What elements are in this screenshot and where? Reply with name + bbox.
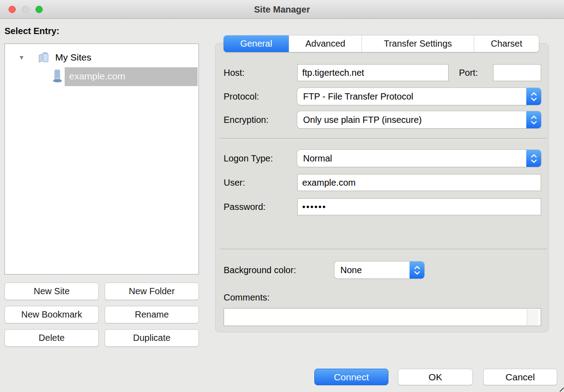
site-tree: ▼ My Sites exampl	[4, 44, 199, 274]
tree-item-label: My Sites	[55, 52, 92, 63]
separator	[220, 138, 547, 139]
background-color-select-value: None	[335, 265, 410, 275]
folder-icon	[38, 51, 52, 65]
dropdown-stepper-icon	[526, 111, 541, 128]
server-icon	[52, 69, 63, 85]
ok-button[interactable]: OK	[398, 369, 473, 385]
new-site-button[interactable]: New Site	[4, 283, 99, 300]
comments-scrollbar[interactable]	[527, 309, 538, 325]
password-input[interactable]	[297, 198, 541, 215]
tree-item-my-sites[interactable]: ▼ My Sites	[5, 48, 198, 67]
port-label: Port:	[459, 64, 478, 81]
dropdown-stepper-icon	[526, 150, 541, 167]
background-color-label: Background color:	[224, 261, 296, 279]
site-manager-window: Site Manager Select Entry: ▼ My Sites	[0, 0, 564, 392]
new-folder-button[interactable]: New Folder	[105, 283, 199, 300]
comments-input[interactable]	[224, 308, 541, 326]
background-color-select[interactable]: None	[335, 261, 424, 279]
host-input[interactable]	[297, 64, 449, 81]
tab-advanced[interactable]: Advanced	[289, 35, 362, 52]
tab-general[interactable]: General	[224, 35, 289, 52]
tab-charset[interactable]: Charset	[474, 35, 539, 52]
host-label: Host:	[224, 64, 245, 81]
user-label: User:	[224, 174, 245, 191]
logon-type-label: Logon Type:	[224, 150, 273, 167]
logon-type-select[interactable]: Normal	[297, 150, 541, 167]
tab-transfer-settings[interactable]: Transfer Settings	[362, 35, 474, 52]
dropdown-stepper-icon	[526, 88, 541, 105]
resize-grip[interactable]	[557, 386, 564, 392]
connect-button[interactable]: Connect	[314, 369, 388, 385]
encryption-label: Encryption:	[224, 111, 269, 128]
logon-type-select-value: Normal	[297, 153, 526, 164]
selection-highlight: example.com	[65, 67, 198, 86]
cancel-button[interactable]: Cancel	[483, 369, 557, 385]
delete-button[interactable]: Delete	[4, 329, 99, 347]
user-input[interactable]	[297, 174, 541, 191]
encryption-select-value: Only use plain FTP (insecure)	[297, 115, 526, 125]
encryption-select[interactable]: Only use plain FTP (insecure)	[297, 111, 541, 128]
disclosure-triangle-icon[interactable]: ▼	[18, 54, 25, 61]
select-entry-label: Select Entry:	[4, 26, 59, 36]
password-label: Password:	[224, 198, 265, 215]
protocol-select[interactable]: FTP - File Transfer Protocol	[297, 88, 541, 105]
duplicate-button[interactable]: Duplicate	[105, 329, 199, 347]
comments-label: Comments:	[224, 289, 269, 306]
tree-item-label: example.com	[69, 71, 125, 82]
separator	[220, 249, 547, 250]
titlebar: Site Manager	[0, 0, 564, 19]
dropdown-stepper-icon	[410, 261, 424, 279]
tab-bar: General Advanced Transfer Settings Chars…	[224, 35, 539, 52]
protocol-select-value: FTP - File Transfer Protocol	[297, 91, 526, 102]
port-input[interactable]	[493, 64, 541, 81]
rename-button[interactable]: Rename	[105, 306, 199, 323]
tree-item-example-com[interactable]: example.com	[5, 67, 198, 86]
protocol-label: Protocol:	[224, 88, 259, 105]
new-bookmark-button[interactable]: New Bookmark	[4, 306, 99, 323]
window-title: Site Manager	[0, 0, 564, 19]
